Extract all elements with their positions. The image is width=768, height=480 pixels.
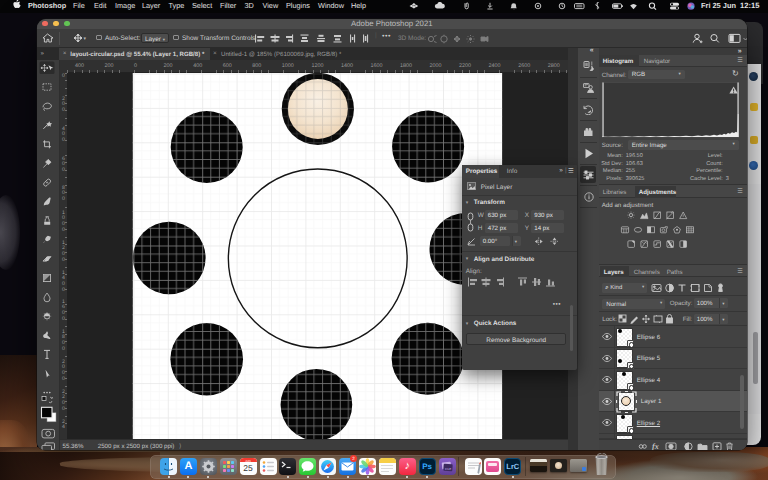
svg-text:FILE: FILE [445,467,451,471]
svg-text:fx: fx [652,442,659,451]
